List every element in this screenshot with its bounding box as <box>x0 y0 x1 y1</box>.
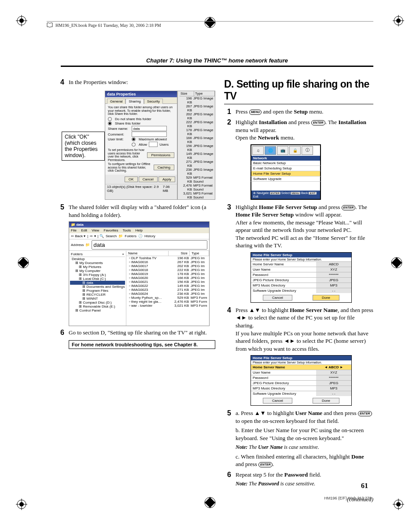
tree-item[interactable]: ⊞ Local Disk (C:) <box>70 277 125 281</box>
step-number: 6 <box>57 329 64 337</box>
file-row[interactable]: ▫ IMAG0022145 KBJPEG Im <box>126 284 209 288</box>
tab-security[interactable]: Security <box>144 99 163 104</box>
ok-button[interactable]: OK <box>125 176 138 182</box>
tree-item[interactable]: Desktop <box>70 257 125 261</box>
userlimit-label: User limit: <box>108 137 130 141</box>
file-row[interactable]: ▫ IMAG0020166 KBJPEG Im <box>126 276 209 280</box>
radio-icon[interactable] <box>132 143 136 147</box>
menu-tools[interactable]: Tools <box>123 228 131 232</box>
file-row[interactable]: ▫ IMAG0017202 KBJPEG Im <box>126 264 209 268</box>
menu-view[interactable]: View <box>92 228 99 232</box>
file-row: 196 KBJPEG Image <box>180 96 215 104</box>
setup-title: Home File Server Setup <box>251 356 351 360</box>
share-name-input[interactable] <box>132 126 167 131</box>
file-row: 156 KBJPEG Image <box>180 144 215 152</box>
file-list[interactable]: Name Size Type ▫ DLP Toshiba TV196 KBJPE… <box>126 251 209 326</box>
window-title: data <box>76 223 83 227</box>
tab-general[interactable]: General <box>107 99 125 104</box>
tv-menu-title: Network <box>251 156 321 161</box>
file-row: 145 KBJPEG Image <box>180 152 215 160</box>
tree-item[interactable]: ⊞ Compact Disc (D:) <box>70 301 125 305</box>
chapter-title: Chapter 7: Using the THINC™ home network… <box>61 57 373 67</box>
tree-item[interactable]: ⊞ Control Panel <box>70 308 125 312</box>
radio-allow[interactable]: Allow <box>139 143 147 147</box>
file-row[interactable]: ▫ IMAG0019178 KBJPEG Im <box>126 272 209 276</box>
tv-menu-item: Software Upgrade <box>251 176 321 182</box>
forward-button[interactable]: ⇨ ▾ <box>90 234 96 238</box>
comment-input[interactable] <box>132 132 167 137</box>
tree-item[interactable]: ⊞ My Computer <box>70 269 125 273</box>
enter-button-icon: ENTER <box>342 205 356 210</box>
file-row: 236 KBJPEG Image <box>180 168 215 176</box>
setup-row: Password******* <box>251 272 351 277</box>
setup-row: MP3 Music DirectoryMP3 <box>251 283 351 288</box>
tree-item[interactable]: ⊞ My Pictures <box>70 265 125 269</box>
tree-item[interactable]: ⊞ 3½ Floppy (A:) <box>70 273 125 277</box>
setup-row: MP3 Music DirectoryMP3 <box>251 385 351 391</box>
dialog-title: data Properties <box>105 91 177 97</box>
radio-icon[interactable] <box>108 117 112 121</box>
menu-edit[interactable]: Edit <box>81 228 87 232</box>
tab-sharing[interactable]: Sharing <box>125 99 144 104</box>
permissions-button[interactable]: Permissions <box>147 152 174 158</box>
radio-max[interactable]: Maximum allowed <box>139 137 167 141</box>
file-row[interactable]: ▫ Monty Python_sp…529 KBMP3 Form <box>126 296 209 300</box>
step-text: Press MENU and open the Setup menu. <box>236 108 373 116</box>
home-file-server-setup: Home File Server Setup Please enter your… <box>251 355 352 406</box>
tree-item[interactable]: ⊞ WINNT <box>70 297 125 301</box>
crop-mark-icon <box>16 15 27 26</box>
tree-item[interactable]: ⊞ Documents and Settings <box>70 285 125 289</box>
file-row[interactable]: ▫ war - lowrider3,021 KBMP3 Form <box>126 304 209 308</box>
tree-item[interactable]: ⊞ My Documents <box>70 261 125 265</box>
file-row[interactable]: ▫ IMAG0024236 KBJPEG Im <box>126 292 209 296</box>
step-text: Press ▲▼ to highlight Home Server Name, … <box>236 306 373 352</box>
tv-tab-icon: ⓘ <box>302 146 313 155</box>
tv-menu-item: Home File Server Setup <box>251 171 321 176</box>
cancel-button: Cancel <box>263 295 292 301</box>
menu-favorites[interactable]: Favorites <box>104 228 118 232</box>
menu-file[interactable]: File <box>71 228 77 232</box>
file-row: 166 KBJPEG Image <box>180 136 215 144</box>
file-row[interactable]: ▫ DLP Toshiba TV196 KBJPEG Im <box>126 256 209 260</box>
apply-button[interactable]: Apply <box>158 176 175 182</box>
setup-row: User NameXYZ <box>251 370 351 375</box>
caching-button[interactable]: Caching <box>154 165 174 170</box>
status-size: 7.06 MB <box>163 185 175 193</box>
history-button[interactable]: History <box>144 234 155 238</box>
radio-no-share[interactable]: Do not share this folder <box>115 117 151 121</box>
page-number: 61 <box>361 482 368 490</box>
done-button: Done <box>313 398 339 404</box>
setup-row: User NameXYZ <box>251 267 351 272</box>
back-button[interactable]: ⇦ Back ▾ <box>71 234 85 238</box>
close-icon[interactable]: × <box>122 252 124 256</box>
setup-row: Software Upgrade Directory- - <box>251 391 351 396</box>
file-row: 267 KBJPEG Image <box>180 104 215 112</box>
col-size: Size <box>180 91 194 96</box>
tree-item[interactable]: ⊞ RECYCLER <box>70 293 125 297</box>
tree-item[interactable]: ⊞ data <box>70 281 125 285</box>
col-name[interactable]: Name <box>126 251 169 256</box>
file-row[interactable]: ▫ IMAG0023271 KBJPEG Im <box>126 288 209 292</box>
file-row[interactable]: ▫ IMAG0018222 KBJPEG Im <box>126 268 209 272</box>
tree-item[interactable]: ⊞ Removable Disk (E:) <box>70 305 125 308</box>
step-text: In the Properties window: <box>69 78 215 86</box>
radio-share[interactable]: Share this folder <box>115 121 140 125</box>
col-type[interactable]: Type <box>190 251 209 256</box>
cancel-button[interactable]: Cancel <box>139 176 158 182</box>
tree-item[interactable]: ⊞ Program Files <box>70 289 125 293</box>
setup-subtitle: Please enter your Home Server Setup Info… <box>251 257 351 261</box>
search-button[interactable]: Search <box>106 234 117 238</box>
allow-count-input[interactable] <box>149 142 158 147</box>
radio-icon[interactable] <box>108 121 112 125</box>
col-size[interactable]: Size <box>169 251 190 256</box>
file-row[interactable]: ▫ IMAG0021156 KBJPEG Im <box>126 280 209 284</box>
radio-icon[interactable] <box>132 137 136 141</box>
step-text: Highlight Home File Server Setup and pre… <box>236 203 373 250</box>
file-row[interactable]: ▫ they might be gia…2,476 KBMP3 Form <box>126 300 209 304</box>
file-row[interactable]: ▫ IMAG0016267 KBJPEG Im <box>126 260 209 264</box>
menu-help[interactable]: Help <box>136 228 143 232</box>
crop-mark-icon <box>389 255 404 270</box>
folders-button[interactable]: Folders <box>125 234 136 238</box>
address-input[interactable] <box>92 240 207 250</box>
folder-tree[interactable]: Folders× Desktop⊞ My Documents⊞ My Pictu… <box>69 251 126 326</box>
